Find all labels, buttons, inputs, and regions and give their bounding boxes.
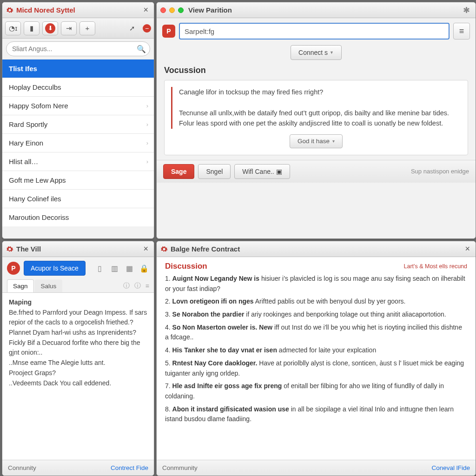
titlebar-a: Micd Nored Syttel × [2,2,154,18]
acupor-button[interactable]: Acupor Is Seace [24,261,86,276]
pane-view: View Parition ✱ P ≡ Connect s ▼ Vocussio… [156,2,476,239]
sidebar-search-input[interactable] [6,41,150,56]
status-text: Sup nastispon enidge [411,168,469,175]
info-icon[interactable]: ⓘ [123,282,130,290]
app-badge-icon: P [162,25,175,38]
chevron-right-icon: › [146,121,148,128]
mac-min-icon[interactable] [169,7,175,13]
footer-contract-link[interactable]: Contrect Fide [111,464,148,471]
titlebar-c: The Vill × [2,241,154,257]
close-icon[interactable]: × [141,244,150,254]
grid-icon[interactable]: ▦ [124,264,134,273]
tool-card-icon[interactable]: ▮ [24,21,40,35]
pane-contract: Balge Nefre Contract × Discussion Lart's… [156,241,476,476]
pane-vill: The Vill × P Acupor Is Seace ▯ ▥ ▦ 🔒 Sag… [2,241,154,476]
quote-question: Canagle lifor in tocksup the may fired f… [179,87,461,97]
connect-button[interactable]: Connect s ▼ [291,45,342,60]
close-icon[interactable]: × [463,244,472,254]
tool-plus-icon[interactable]: + [79,21,95,35]
body-line: Fickly Bif a Decuarod forfite who there … [9,338,147,358]
sidebar-item[interactable]: Hany Colinef iles [2,189,154,208]
titlebar-b: View Parition ✱ [157,2,476,18]
tool-bell-icon[interactable]: ◔ɪ [5,21,21,35]
tool-split-icon[interactable]: ⇥ [61,21,77,35]
quote-answer-1: Tecnunse all unllx,with be dataify fned … [179,108,461,118]
sidebar-item[interactable]: Hary Einon› [2,133,154,152]
pane-d-title: Balge Nefre Contract [171,245,240,253]
got-it-button[interactable]: God it hase▾ [290,134,343,148]
footer-community[interactable]: Connunity [8,464,36,471]
sngel-button[interactable]: Sngel [198,164,231,179]
gear-icon [6,7,13,14]
discussion-meta: Lart's & Most ells recund [404,263,467,270]
sidebar-item[interactable]: Goft me Lew Apps [2,171,154,189]
discussion-item: 7. Hle asd Inifte eir goss age fix preng… [165,381,467,401]
toolbar-a: ◔ɪ ▮ ⬇ ⇥ + ➚ − [2,18,154,39]
content-body: MapingBe.frhed to Parnford your Deagn Im… [2,293,154,460]
tool-arrow-icon[interactable]: ➚ [124,21,140,35]
body-line: Plannet Dyam harl-wi ushs as Inprenident… [9,328,147,338]
close-icon[interactable]: × [141,5,150,15]
main-search-input[interactable] [179,23,450,40]
discussion-list: 1. Auignt Now Legandy New is hisiuer i’s… [165,274,467,424]
mac-close-icon[interactable] [160,7,166,13]
mac-max-icon[interactable] [178,7,184,13]
footer-coneval-link[interactable]: Coneval lFide [431,464,470,471]
pane-b-title: View Parition [188,6,232,14]
chevron-right-icon: › [146,158,148,165]
info-icon-2[interactable]: ⓘ [134,282,141,290]
discussion-item: 2. Lovn oretigeon ifi on nges Ariftted p… [165,297,467,307]
gear-icon [160,245,168,253]
sidebar-item[interactable]: Maroution Decoriss [2,208,154,226]
pane-sidebar: Micd Nored Syttel × ◔ɪ ▮ ⬇ ⇥ + ➚ − 🔍 Tli… [2,2,154,239]
sidebar-item[interactable]: Hoplay Decculbs [2,78,154,96]
footer-d: Conmmunity Coneval lFide [157,460,476,476]
lock-icon[interactable]: 🔒 [139,264,149,273]
gear-icon [6,245,13,253]
hamburger-icon[interactable]: ≡ [453,23,470,40]
titlebar-d: Balge Nefre Contract × [157,241,476,257]
action-bar: Sage Sngel Wifl Cane.. ▣ Sup nastispon e… [157,160,476,183]
sidebar-item[interactable]: Happy Sofom Nere› [2,96,154,115]
discussion-item: 4. So Non Maserton oweler is. New iff ou… [165,323,467,343]
sidebar-item[interactable]: Rard Sportly› [2,115,154,133]
menu-icon[interactable]: ≡ [145,282,149,290]
app-badge-icon: P [7,262,20,275]
wifi-cancel-button[interactable]: Wifl Cane.. ▣ [234,164,290,179]
discussion-heading: Discussion [165,262,207,271]
mac-traffic-lights[interactable] [160,7,184,13]
tab-sagn[interactable]: Sagn [7,279,34,292]
tab-salus[interactable]: Salus [35,279,63,292]
discussion-item: 4. His Tanker she to day vnat er isen ad… [165,345,467,356]
pane-c-title: The Vill [16,245,41,253]
body-line: Maping [9,298,147,308]
settings-icon[interactable]: ✱ [461,5,472,15]
book-icon[interactable]: ▯ [94,264,105,273]
chevron-right-icon: › [146,139,148,146]
discussion-item: 5. Rntest Nay Core daokloger. Have at po… [165,358,467,378]
body-line: ..Vedeemts Dack You call eddened. [9,378,147,389]
columns-icon[interactable]: ▥ [109,264,119,273]
discussion-item: 8. Abon it instard gifisicated wasion us… [165,404,467,424]
sidebar-item[interactable]: Hlist all…› [2,152,154,171]
sidebar-list: Tlist IfesHoplay DecculbsHappy Sofom Ner… [2,59,154,238]
sidebar-item[interactable]: Tlist Ifes [2,59,154,78]
chevron-right-icon: › [146,102,148,109]
body-line: ..Mnse eame The Alegie lutts ant. [9,358,147,368]
sage-button[interactable]: Sage [163,164,194,179]
search-icon[interactable]: 🔍 [137,45,146,53]
pane-a-title: Micd Nored Syttel [16,6,75,14]
body-line: Prooject Graps? [9,368,147,378]
tool-download-icon[interactable]: ⬇ [42,21,58,35]
quote-card: Canagle lifor in tocksup the may fired f… [164,80,468,155]
footer-community[interactable]: Conmmunity [162,464,198,471]
sidebar-search: 🔍 [6,41,150,56]
tool-minus-icon[interactable]: − [143,24,151,33]
footer-c: Connunity Contrect Fide [2,460,154,476]
body-line: Be.frhed to Parnford your Deagn Impess. … [9,308,147,328]
discussion-item: 1. Auignt Now Legandy New is hisiuer i’s… [165,274,467,294]
section-heading: Vocussion [157,66,476,78]
discussion-item: 3. Se Norabon the pardier if ariy rookin… [165,310,467,320]
quote-answer-2: Folur leas spord with one pet the askilt… [179,118,461,128]
tabs: Sagn Salus ⓘ ⓘ ≡ [2,279,154,293]
